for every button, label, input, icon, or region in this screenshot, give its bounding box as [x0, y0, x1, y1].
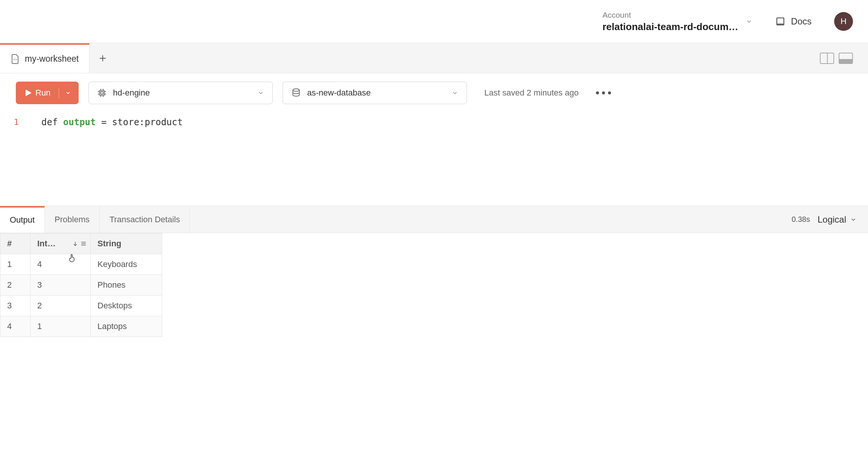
cell-int: 1 [30, 316, 91, 337]
code-keyword: def [41, 117, 63, 127]
user-avatar[interactable]: H [834, 12, 853, 31]
query-timing: 0.38s [792, 215, 810, 224]
add-tab-button[interactable] [90, 43, 116, 73]
results-panel: Output Problems Transaction Details 0.38… [0, 206, 868, 337]
database-icon [291, 88, 301, 98]
table-row[interactable]: 2 3 Phones [0, 275, 162, 296]
results-meta: 0.38s Logical [792, 214, 868, 225]
cell-string: Keyboards [91, 254, 162, 275]
line-gutter: 1 [0, 115, 30, 206]
svg-point-16 [293, 89, 299, 91]
view-mode-select[interactable]: Logical [818, 214, 857, 225]
docs-link[interactable]: Docs [775, 16, 812, 27]
results-tab-problems[interactable]: Problems [45, 206, 100, 233]
layout-bottom-button[interactable] [839, 53, 853, 64]
last-saved-text: Last saved 2 minutes ago [484, 88, 579, 98]
avatar-initial: H [841, 17, 847, 26]
database-select[interactable]: as-new-database [283, 82, 467, 104]
engine-select[interactable]: hd-engine [88, 82, 273, 104]
engine-name: hd-engine [113, 88, 150, 98]
worksheet-tab-label: my-worksheet [25, 54, 79, 64]
sort-desc-icon [72, 241, 78, 247]
run-button[interactable]: Run [16, 82, 79, 104]
svg-text:<>: <> [13, 58, 17, 61]
code-editor[interactable]: 1 def output = store:product [0, 108, 868, 206]
row-index: 4 [0, 316, 30, 337]
results-tab-output[interactable]: Output [0, 206, 45, 233]
worksheet-tabbar: <> my-worksheet [0, 43, 868, 73]
menu-icon [81, 241, 87, 247]
cell-string: Desktops [91, 296, 162, 316]
docs-label: Docs [791, 16, 812, 27]
column-header-string[interactable]: String [91, 234, 162, 254]
line-number: 1 [0, 115, 19, 129]
account-selector[interactable]: Account relationalai-team-rd-docum… [602, 11, 752, 33]
cell-int: 3 [30, 275, 91, 296]
results-tab-label: Transaction Details [109, 215, 180, 224]
results-tab-label: Output [10, 215, 35, 225]
row-index: 1 [0, 254, 30, 275]
row-index: 3 [0, 296, 30, 316]
plus-icon [98, 54, 107, 63]
app-header: Account relationalai-team-rd-docum… Docs… [0, 0, 868, 43]
view-mode-label: Logical [818, 214, 846, 225]
chevron-down-icon [746, 18, 752, 25]
chevron-down-icon [451, 89, 458, 96]
results-tabbar: Output Problems Transaction Details 0.38… [0, 206, 868, 233]
chevron-down-icon [65, 90, 71, 96]
column-header-int[interactable]: Int… [30, 234, 91, 254]
column-header-label: # [7, 239, 12, 248]
layout-split-button[interactable] [820, 53, 834, 64]
column-header-label: Int… [37, 239, 56, 248]
svg-rect-7 [101, 92, 103, 94]
worksheet-toolbar: Run hd-engine as-new-database Last saved… [0, 73, 868, 108]
column-header-index[interactable]: # [0, 234, 30, 254]
cell-int: 4 [30, 254, 91, 275]
code-identifier: output [63, 117, 96, 127]
table-row[interactable]: 4 1 Laptops [0, 316, 162, 337]
cell-string: Phones [91, 275, 162, 296]
cell-int: 2 [30, 296, 91, 316]
cell-string: Laptops [91, 316, 162, 337]
results-tab-transaction[interactable]: Transaction Details [100, 206, 190, 233]
svg-marker-5 [26, 89, 32, 96]
more-menu-button[interactable] [596, 91, 611, 94]
worksheet-icon: <> [11, 54, 20, 64]
play-icon [26, 89, 32, 96]
code-line[interactable]: def output = store:product [30, 115, 183, 206]
output-table-body: 1 4 Keyboards 2 3 Phones 3 2 Desktops 4 … [0, 254, 162, 337]
code-rest: = store:product [96, 117, 183, 127]
svg-rect-6 [100, 91, 105, 96]
row-index: 2 [0, 275, 30, 296]
column-header-label: String [97, 239, 122, 248]
table-row[interactable]: 1 4 Keyboards [0, 254, 162, 275]
chevron-down-icon [257, 89, 264, 96]
cpu-icon [97, 88, 107, 98]
chevron-down-icon [850, 216, 857, 223]
run-label: Run [35, 88, 50, 98]
account-name: relationalai-team-rd-docum… [602, 21, 738, 33]
layout-toggle-group [820, 53, 860, 64]
output-table: # Int… String 1 [0, 233, 162, 337]
database-name: as-new-database [307, 88, 371, 98]
worksheet-tab-active[interactable]: <> my-worksheet [0, 43, 90, 73]
account-label: Account [602, 11, 738, 20]
results-tab-label: Problems [55, 215, 90, 224]
docs-icon [775, 16, 786, 27]
table-row[interactable]: 3 2 Desktops [0, 296, 162, 316]
